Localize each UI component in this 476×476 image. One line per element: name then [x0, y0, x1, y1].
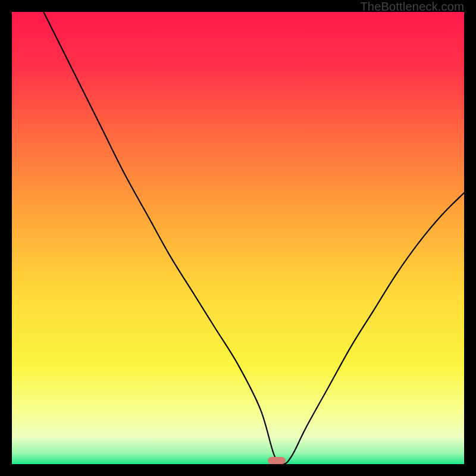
watermark-text: TheBottleneck.com — [360, 0, 464, 14]
chart-frame: TheBottleneck.com — [0, 0, 476, 476]
bottleneck-curve — [12, 12, 464, 464]
plot-area — [12, 12, 464, 464]
optimal-marker — [268, 457, 286, 464]
